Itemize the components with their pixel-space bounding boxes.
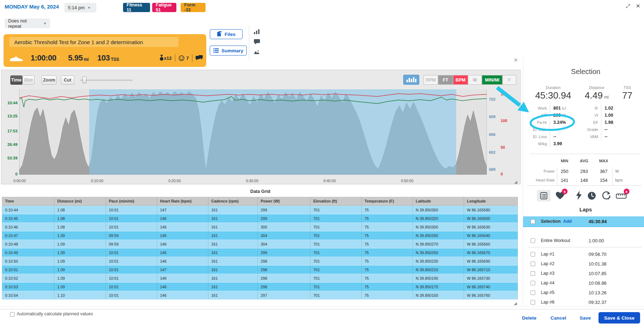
expand-icon[interactable]: ⤢ [626, 3, 630, 9]
table-row[interactable]: 0:10:511.0910:0114716129870175N 39.85021… [2, 265, 518, 274]
column-header[interactable]: Heart Rate (bpm) [157, 197, 208, 206]
lap-checkbox[interactable] [531, 271, 535, 276]
table-cell: 701 [310, 265, 362, 274]
chart-close-icon[interactable]: ✕ [513, 57, 518, 63]
minmax-value: 250 [555, 169, 574, 174]
laps-list-button[interactable] [537, 190, 550, 201]
files-button[interactable]: Files [210, 29, 243, 39]
dist-toggle-button[interactable]: Dist [22, 75, 34, 85]
workout-title-field[interactable]: Aerobic Threshold Test for Zone 1 and 2 … [9, 37, 179, 47]
resize-grip-icon[interactable]: ◢ [514, 301, 517, 306]
column-header[interactable]: Power (W) [258, 197, 310, 206]
delete-button[interactable]: Delete [522, 315, 537, 321]
medal-icon[interactable] [159, 55, 164, 61]
hr-axis-tick: 50 [501, 145, 505, 149]
zoom-button[interactable]: Zoom [42, 75, 57, 85]
cut-button[interactable]: Cut [61, 75, 74, 85]
column-header[interactable]: Time [2, 197, 54, 206]
lap-row[interactable]: Entire Workout1:00:00 [527, 236, 644, 245]
selection-checkbox[interactable] [531, 219, 535, 224]
resize-grip-icon[interactable]: ◢ [514, 180, 517, 184]
duration-value[interactable]: 1:00:00 [31, 53, 56, 63]
table-row[interactable]: 0:10:491.0910:0114516129970175N 39.85025… [2, 248, 518, 257]
lap-row[interactable]: Lap #109:56.70 [527, 250, 644, 258]
table-row[interactable]: 0:10:521.0910:0114616129870175N 39.85019… [2, 274, 518, 283]
refresh-icon[interactable] [602, 191, 611, 200]
data-grid[interactable]: TimeDistance (mi)Pace (min/mi)Heart Rate… [2, 197, 520, 300]
column-header[interactable]: Elevation (ft) [310, 197, 362, 206]
table-row[interactable]: 0:10:541.1010:0114616129770175N 39.85015… [2, 291, 518, 300]
chart-type-button[interactable] [403, 75, 419, 85]
repeat-dropdown[interactable]: Does not repeat ▼ [5, 19, 50, 28]
lap-checkbox[interactable] [531, 300, 535, 305]
lap-duration: 10:01.38 [589, 261, 607, 267]
chart-toggle-ft[interactable]: FT [438, 75, 453, 85]
feel-smiley-icon[interactable] [179, 55, 185, 61]
chart-toggle-bpm[interactable]: BPM [453, 75, 468, 85]
metric-number: 1.02 [605, 106, 613, 111]
chart-toggle-min-mi[interactable]: MIN/MI [482, 75, 502, 85]
lap-checkbox[interactable] [531, 281, 535, 285]
time-clock-icon[interactable] [587, 191, 596, 200]
chart-toggle-rpm[interactable]: RPM [424, 75, 438, 85]
comments-icon[interactable] [196, 55, 203, 61]
column-header[interactable]: Cadence (rpm) [208, 197, 258, 206]
selection-region[interactable] [89, 89, 456, 175]
column-header[interactable]: Distance (mi) [54, 197, 106, 206]
minmax-value: 367 [594, 169, 613, 174]
table-cell: W 86.165630 [464, 223, 518, 231]
stat-unit: mi [604, 95, 609, 100]
analysis-chart-icon[interactable] [254, 29, 260, 34]
metric-number: 801 [553, 106, 561, 111]
time-toggle-button[interactable]: Time [10, 75, 22, 85]
save-button[interactable]: Save [580, 315, 591, 321]
zoom-slider-thumb[interactable] [83, 77, 86, 83]
metric-value: -- [550, 126, 556, 133]
lap-duration: 10:08.86 [589, 280, 607, 286]
image-mountain-icon[interactable] [254, 50, 260, 54]
lap-row[interactable]: Lap #310:07.85 [527, 269, 644, 278]
close-icon[interactable]: ✕ [636, 3, 640, 9]
distance-value[interactable]: 5.95 [68, 53, 83, 63]
save-close-button[interactable]: Save & Close [598, 312, 640, 324]
column-header[interactable]: Latitude [413, 197, 464, 206]
lap-row[interactable]: Lap #210:01.38 [527, 259, 644, 268]
chart-toggle-f[interactable]: F [502, 75, 516, 85]
column-header[interactable]: Longitude [464, 197, 518, 206]
lap-row[interactable]: Lap #510:13.26 [527, 288, 644, 297]
table-row[interactable]: 0:10:481.0909:5914616130470175N 39.85027… [2, 240, 518, 248]
add-lap-link[interactable]: Add [563, 219, 572, 224]
zoom-slider-track[interactable] [80, 80, 132, 81]
table-row[interactable]: 0:10:471.0909:5914616130470175N 39.85029… [2, 231, 518, 240]
power-bolt-icon[interactable] [576, 191, 582, 200]
chart-plot[interactable] [19, 89, 487, 175]
table-row[interactable]: 0:10:501.0910:0114616129870175N 39.85023… [2, 257, 518, 265]
table-cell: N 39.850300 [413, 223, 464, 231]
laps-selection-row[interactable]: Selection Add 45:30.94 [523, 216, 644, 227]
chevron-down-icon[interactable]: ⌄ [57, 54, 60, 59]
chart-toggle-w[interactable]: W [468, 75, 482, 85]
lap-row[interactable]: Lap #609:32.37 [527, 298, 644, 306]
lap-checkbox[interactable] [531, 262, 535, 266]
stat-value: 77 [614, 90, 640, 101]
lap-checkbox[interactable] [531, 252, 535, 257]
lap-checkbox[interactable] [531, 290, 535, 295]
table-row[interactable]: 0:10:441.0810:0114716129970175N 39.85035… [2, 206, 518, 214]
tss-value[interactable]: 103 [97, 53, 110, 63]
column-header[interactable]: Temperature (F) [362, 197, 413, 206]
table-row[interactable]: 0:10:451.0810:0114616129970175N 39.85032… [2, 214, 518, 223]
lap-row[interactable]: Lap #410:08.86 [527, 279, 644, 287]
workout-card[interactable]: Aerobic Threshold Test for Zone 1 and 2 … [4, 34, 206, 67]
table-cell: 298 [258, 283, 310, 291]
minmax-row-label: Heart Rate [527, 178, 555, 182]
table-row[interactable]: 0:10:531.0910:0114616129870175N 39.85017… [2, 283, 518, 291]
comment-icon[interactable] [254, 39, 260, 44]
table-row[interactable]: 0:10:461.0810:0114616130070175N 39.85030… [2, 223, 518, 231]
column-header[interactable]: Pace (min/mi) [106, 197, 157, 206]
auto-calc-checkbox[interactable] [10, 312, 15, 317]
time-dropdown[interactable]: 5:14 pm ▼ [64, 3, 96, 12]
cancel-button[interactable]: Cancel [550, 315, 566, 321]
summary-button[interactable]: Summary [210, 46, 247, 56]
lap-checkbox[interactable] [531, 238, 535, 243]
minmax-value: 293 [574, 169, 594, 174]
